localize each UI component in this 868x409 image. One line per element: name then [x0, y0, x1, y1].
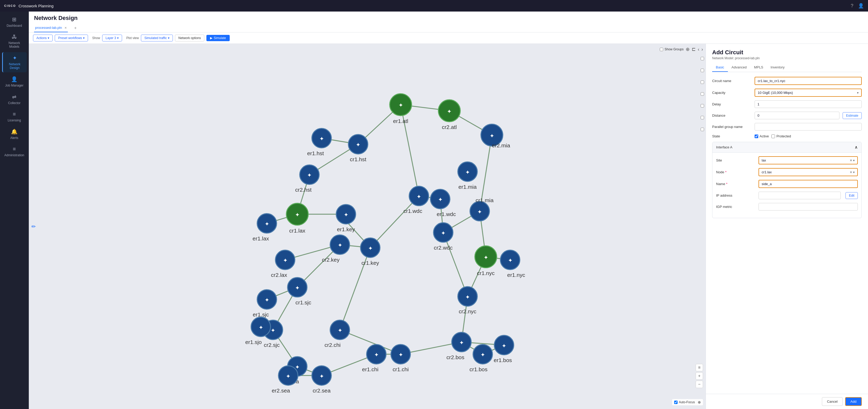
- edit-pencil-icon[interactable]: ✏: [31, 223, 36, 230]
- site-select[interactable]: lax ✕ ▾: [758, 156, 858, 165]
- parallel-group-row: Parallel group name: [712, 123, 862, 130]
- move-icon[interactable]: ⊕: [698, 400, 701, 404]
- auto-focus-checkbox[interactable]: [674, 401, 678, 404]
- tab-basic[interactable]: Basic: [712, 63, 728, 72]
- row-cb-2: [701, 69, 704, 72]
- capacity-select[interactable]: 10 GigE (10,000 Mbps) ▾: [754, 89, 862, 97]
- interface-a-header[interactable]: Interface A ∧: [712, 142, 862, 153]
- node-value: cr1.lax: [762, 170, 850, 174]
- list-view-icon[interactable]: ≡: [696, 364, 703, 371]
- svg-text:✦: ✦: [271, 328, 275, 333]
- auto-focus-row: Auto-Focus ⊕: [672, 399, 703, 405]
- svg-text:✦: ✦: [265, 297, 269, 303]
- tab-advanced[interactable]: Advanced: [728, 63, 750, 72]
- protected-checkbox[interactable]: [771, 135, 775, 138]
- site-label: Site: [716, 158, 755, 162]
- simulate-button[interactable]: ▶ Simulate: [207, 35, 230, 41]
- map-controls: Show Groups ⊕ ⊏ ‹ ›: [660, 47, 703, 52]
- tab-add-icon[interactable]: +: [73, 25, 78, 31]
- edit-ip-button[interactable]: Edit: [845, 192, 858, 199]
- sidebar-item-collector[interactable]: ⇌ Collector: [2, 91, 27, 108]
- show-groups-checkbox[interactable]: Show Groups: [660, 48, 684, 51]
- sidebar-item-network-models[interactable]: 🖧 Network Models: [2, 31, 27, 51]
- zoom-in-button[interactable]: +: [696, 372, 703, 380]
- svg-text:cr2.wdc: cr2.wdc: [434, 244, 453, 251]
- simulated-traffic-button[interactable]: Simulated traffic ▾: [141, 35, 173, 41]
- node-cr1-key[interactable]: ✦ cr1.key: [361, 238, 380, 266]
- circuit-name-input[interactable]: [754, 77, 862, 85]
- node-select[interactable]: cr1.lax ✕ ▾: [758, 168, 858, 176]
- ip-row: IP address Edit: [716, 192, 858, 199]
- tab-processed-lab[interactable]: processed-lab.pln ✕: [34, 24, 68, 32]
- node-cr1-lax[interactable]: ✦ cr1.lax: [286, 203, 308, 233]
- page-header: Network Design processed-lab.pln ✕ +: [29, 11, 868, 32]
- delay-input[interactable]: [754, 100, 862, 108]
- node-cr2-nyc[interactable]: ✦ cr2.nyc: [458, 287, 477, 314]
- panel-footer: Cancel Add: [706, 394, 868, 409]
- igp-input[interactable]: [758, 203, 858, 210]
- interface-a-panel: Interface A ∧ Site lax ✕ ▾: [712, 142, 862, 218]
- chevron-left-icon[interactable]: ‹: [698, 47, 699, 52]
- sidebar-item-network-design-label: Network Design: [4, 62, 25, 70]
- sidebar-item-licensing[interactable]: ≡ Licensing: [2, 109, 27, 125]
- node-er1-mia[interactable]: ✦ er1.mia: [458, 162, 477, 189]
- protected-checkbox-label[interactable]: Protected: [771, 134, 791, 138]
- svg-text:cr1.hst: cr1.hst: [350, 156, 366, 162]
- site-value: lax: [762, 158, 850, 162]
- node-cr1-hst[interactable]: ✦ cr1.hst: [348, 135, 368, 162]
- svg-text:cr1.wdc: cr1.wdc: [403, 208, 422, 214]
- node-cr2-sea[interactable]: ✦ cr2.sea: [312, 366, 331, 393]
- distance-input[interactable]: [754, 112, 839, 119]
- user-icon[interactable]: 👤: [858, 3, 864, 9]
- chevron-right-icon[interactable]: ›: [702, 47, 703, 52]
- svg-text:✦: ✦: [508, 258, 512, 263]
- zoom-out-button[interactable]: −: [696, 381, 703, 388]
- interface-name-input[interactable]: [758, 180, 858, 188]
- node-cr1-chi[interactable]: ✦ cr1.chi: [391, 345, 410, 372]
- state-row: State Active Protected: [712, 134, 862, 138]
- tab-mpls[interactable]: MPLS: [750, 63, 767, 72]
- add-node-icon[interactable]: ⊕: [686, 47, 690, 52]
- svg-text:cr1.chi: cr1.chi: [393, 366, 409, 372]
- show-groups-input[interactable]: [660, 48, 663, 51]
- sidebar-item-administration[interactable]: ≡ Administration: [2, 143, 27, 160]
- active-checkbox-label[interactable]: Active: [754, 134, 769, 138]
- sidebar-item-dashboard-label: Dashboard: [6, 24, 22, 28]
- row-checkboxes: [701, 57, 704, 131]
- active-checkbox[interactable]: [754, 135, 758, 138]
- node-cr1-nyc[interactable]: ✦ cr1.nyc: [475, 246, 497, 276]
- layer-button[interactable]: Layer 3 ▾: [102, 35, 122, 41]
- node-er1-bos[interactable]: ✦ er1.bos: [494, 335, 514, 363]
- svg-text:✦: ✦: [295, 212, 299, 217]
- svg-text:✦: ✦: [399, 103, 403, 108]
- svg-text:er1.nyc: er1.nyc: [507, 272, 525, 278]
- help-icon[interactable]: ?: [851, 3, 853, 9]
- node-cr2-wdc[interactable]: ✦ cr2.wdc: [433, 223, 453, 251]
- page-title: Network Design: [34, 15, 863, 22]
- sidebar-item-job-manager[interactable]: 👤 Job Manager: [2, 74, 27, 90]
- ip-input[interactable]: [758, 192, 841, 199]
- sidebar-item-alerts[interactable]: 🔔 Alerts: [2, 126, 27, 142]
- right-panel: Add Circuit Network Model: processed-lab…: [706, 44, 868, 409]
- select-icons: ▾: [857, 91, 859, 95]
- sidebar-item-dashboard[interactable]: ⊞ Dashboard: [2, 13, 27, 30]
- sidebar: ⊞ Dashboard 🖧 Network Models ✦ Network D…: [0, 11, 29, 409]
- network-options-button[interactable]: Network options: [175, 35, 204, 41]
- hierarchy-icon[interactable]: ⊏: [692, 47, 696, 52]
- tab-close-icon[interactable]: ✕: [64, 26, 67, 29]
- actions-button[interactable]: Actions ▾: [33, 35, 53, 41]
- cancel-button[interactable]: Cancel: [822, 397, 842, 406]
- node-er1-key[interactable]: ✦ er1.key: [336, 204, 356, 232]
- add-button[interactable]: Add: [845, 397, 862, 406]
- preset-workflows-chevron-icon: ▾: [83, 36, 85, 40]
- svg-text:cr1.sjc: cr1.sjc: [296, 299, 311, 305]
- tab-inventory[interactable]: Inventory: [767, 63, 788, 72]
- parallel-group-input[interactable]: [754, 123, 862, 130]
- preset-workflows-button[interactable]: Preset workflows ▾: [55, 35, 88, 41]
- svg-text:cr2.key: cr2.key: [322, 257, 340, 263]
- svg-text:cr2.lax: cr2.lax: [271, 272, 287, 278]
- dashboard-icon: ⊞: [12, 16, 17, 23]
- estimate-button[interactable]: Estimate: [843, 112, 862, 119]
- sidebar-item-network-design[interactable]: ✦ Network Design: [2, 52, 27, 72]
- svg-text:✦: ✦: [265, 221, 269, 227]
